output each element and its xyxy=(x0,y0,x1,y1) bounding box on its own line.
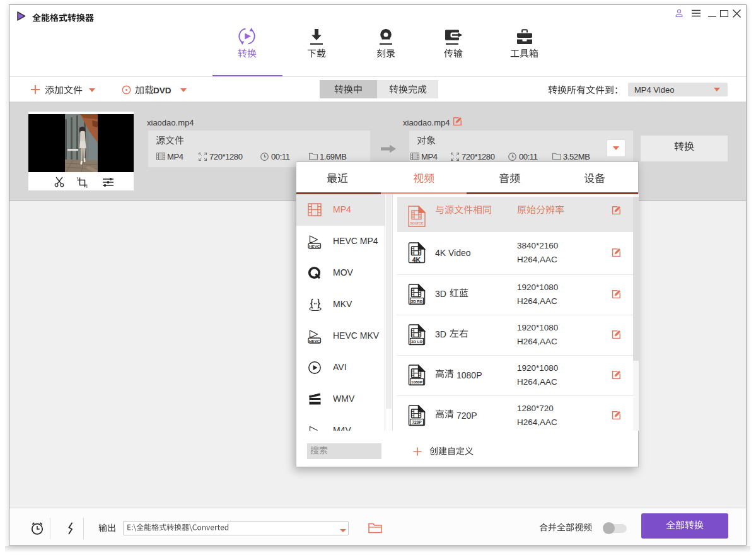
svg-text:3D RB: 3D RB xyxy=(411,299,423,303)
svg-text:720P: 720P xyxy=(412,420,422,424)
svg-text:3D LR: 3D LR xyxy=(411,339,422,344)
svg-text:HEVC: HEVC xyxy=(309,339,320,343)
svg-text:4K: 4K xyxy=(412,256,421,264)
svg-text:source: source xyxy=(410,221,423,225)
svg-text:HEVC: HEVC xyxy=(309,244,320,248)
svg-text:1080P: 1080P xyxy=(411,380,422,384)
